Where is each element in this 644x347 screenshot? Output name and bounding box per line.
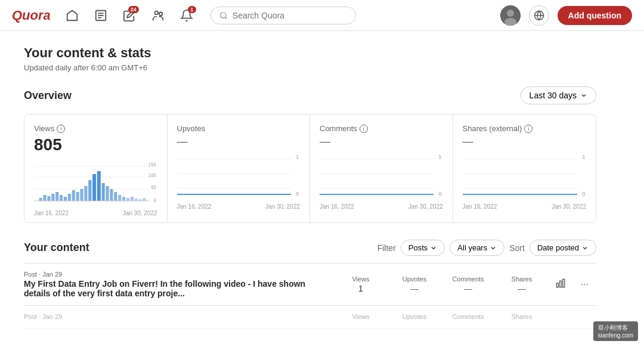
svg-rect-21 bbox=[39, 198, 42, 201]
posts-filter-button[interactable]: Posts bbox=[401, 240, 445, 256]
svg-rect-69 bbox=[563, 279, 565, 287]
views-label: Views i bbox=[34, 124, 157, 133]
comments-stat-card: Comments i — 1 0 Jan 16, 2022 Jan 30, 20… bbox=[310, 114, 453, 222]
search-bar[interactable] bbox=[210, 7, 356, 24]
svg-text:1: 1 bbox=[438, 154, 441, 160]
upvotes-chart-dates: Jan 16, 2022 Jan 30, 2022 bbox=[177, 203, 301, 210]
svg-rect-22 bbox=[43, 195, 46, 201]
edit-nav-button[interactable]: 24 bbox=[117, 4, 141, 27]
views-col-label: Views bbox=[334, 275, 388, 283]
main-content: Your content & stats Updated daily after… bbox=[0, 31, 620, 343]
views-col: Views 1 bbox=[334, 275, 388, 293]
svg-rect-23 bbox=[47, 196, 50, 201]
date-posted-sort-button[interactable]: Date posted bbox=[530, 240, 596, 256]
svg-text:0: 0 bbox=[438, 191, 441, 197]
views-col-value: 1 bbox=[334, 284, 388, 293]
home-nav-button[interactable] bbox=[60, 4, 84, 27]
brand-logo[interactable]: Quora bbox=[12, 8, 51, 23]
shares-info-icon[interactable]: i bbox=[524, 125, 532, 133]
post-info: Post · Jan 29 bbox=[24, 313, 334, 321]
watermark: 双小刚博客sianfeng.com bbox=[593, 321, 638, 341]
stats-grid: Views i 805 150 100 50 0 bbox=[24, 114, 596, 223]
notifications-nav-button[interactable]: 1 bbox=[175, 4, 199, 27]
sort-label: Sort bbox=[509, 243, 525, 253]
notifications-badge: 1 bbox=[188, 6, 196, 13]
shares-col: Shares bbox=[495, 313, 549, 321]
views-col-label: Views bbox=[334, 313, 388, 320]
svg-rect-46 bbox=[143, 198, 145, 201]
all-years-filter-button[interactable]: All years bbox=[450, 240, 504, 256]
views-col: Views bbox=[334, 313, 388, 321]
upvotes-col-value: — bbox=[388, 284, 441, 293]
svg-rect-33 bbox=[88, 180, 91, 201]
shares-col-label: Shares bbox=[495, 313, 549, 320]
shares-value: — bbox=[463, 135, 587, 148]
search-icon bbox=[219, 11, 228, 20]
edit-badge: 24 bbox=[128, 6, 139, 13]
all-years-label: All years bbox=[457, 243, 487, 252]
upvotes-col: Upvotes — bbox=[388, 275, 441, 293]
comments-chart-dates: Jan 16, 2022 Jan 30, 2022 bbox=[320, 203, 443, 210]
svg-text:100: 100 bbox=[148, 172, 156, 178]
post-meta: Post · Jan 29 bbox=[24, 313, 334, 320]
svg-line-7 bbox=[225, 17, 227, 18]
search-input[interactable] bbox=[233, 11, 347, 20]
add-question-button[interactable]: Add question bbox=[558, 6, 632, 25]
upvotes-chart: 1 0 Jan 16, 2022 Jan 30, 2022 bbox=[177, 153, 301, 206]
svg-text:1: 1 bbox=[296, 154, 299, 160]
sort-group: Sort Date posted bbox=[509, 240, 596, 256]
views-info-icon[interactable]: i bbox=[57, 125, 65, 133]
shares-col-value: — bbox=[495, 284, 549, 293]
shares-label: Shares (external) i bbox=[463, 124, 587, 133]
svg-rect-44 bbox=[135, 199, 138, 201]
svg-rect-36 bbox=[102, 183, 105, 201]
news-nav-button[interactable] bbox=[89, 4, 113, 27]
shares-chart-dates: Jan 16, 2022 Jan 30, 2022 bbox=[463, 203, 587, 210]
svg-rect-41 bbox=[122, 197, 125, 201]
svg-rect-26 bbox=[60, 195, 63, 201]
svg-rect-27 bbox=[64, 197, 67, 201]
svg-text:150: 150 bbox=[148, 161, 156, 168]
post-title[interactable]: My First Data Entry Job on Fiverr! In th… bbox=[24, 279, 334, 298]
svg-text:0: 0 bbox=[153, 197, 156, 203]
more-options-col: ··· bbox=[572, 277, 596, 292]
views-value: 805 bbox=[34, 135, 157, 154]
upvotes-stat-card: Upvotes — 1 0 Jan 16, 2022 Jan 30, 2022 bbox=[168, 114, 311, 222]
shares-col: Shares — bbox=[495, 275, 549, 293]
comments-col-label: Comments bbox=[441, 313, 495, 320]
globe-button[interactable] bbox=[529, 5, 549, 26]
svg-rect-31 bbox=[80, 189, 83, 201]
views-chart-dates: Jan 16, 2022 Jan 30, 2022 bbox=[34, 210, 157, 216]
comments-value: — bbox=[320, 135, 443, 148]
chevron-down-icon bbox=[430, 244, 437, 252]
upvotes-col: Upvotes bbox=[388, 313, 441, 321]
upvotes-col-label: Upvotes bbox=[388, 313, 441, 320]
your-content-section: Your content Filter Posts All years Sort… bbox=[24, 240, 596, 329]
post-info: Post · Jan 29 My First Data Entry Job on… bbox=[24, 271, 334, 298]
comments-col-value: — bbox=[441, 284, 495, 293]
comments-info-icon[interactable]: i bbox=[360, 125, 368, 133]
content-row: Post · Jan 29 Views Upvotes Comments Sha… bbox=[24, 306, 596, 329]
svg-rect-34 bbox=[92, 174, 96, 201]
svg-rect-32 bbox=[84, 186, 87, 201]
posts-filter-label: Posts bbox=[408, 243, 428, 252]
community-nav-button[interactable] bbox=[146, 4, 170, 27]
overview-header: Overview Last 30 days bbox=[24, 86, 596, 104]
avatar[interactable] bbox=[500, 5, 521, 26]
content-row: Post · Jan 29 My First Data Entry Job on… bbox=[24, 263, 596, 306]
post-meta: Post · Jan 29 bbox=[24, 271, 334, 278]
last-30-days-filter[interactable]: Last 30 days bbox=[521, 86, 596, 104]
shares-col-label: Shares bbox=[495, 275, 549, 283]
svg-text:0: 0 bbox=[582, 191, 585, 197]
chevron-down-icon bbox=[581, 244, 589, 252]
svg-text:0: 0 bbox=[296, 191, 299, 197]
comments-col: Comments bbox=[441, 313, 495, 321]
svg-rect-38 bbox=[110, 189, 113, 201]
more-options-button[interactable]: ··· bbox=[577, 277, 592, 292]
svg-point-5 bbox=[159, 12, 163, 16]
views-chart: 150 100 50 0 bbox=[34, 159, 157, 213]
row-chart-button[interactable] bbox=[552, 275, 569, 293]
comments-label: Comments i bbox=[320, 124, 443, 133]
svg-point-4 bbox=[154, 11, 158, 14]
svg-rect-67 bbox=[556, 283, 558, 287]
